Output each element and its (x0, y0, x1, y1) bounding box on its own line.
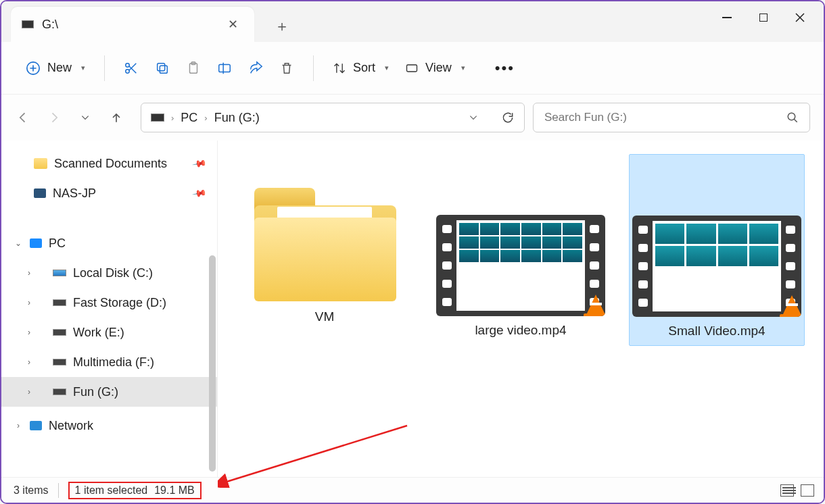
address-dropdown[interactable] (469, 113, 478, 122)
sidebar-item-drive-c[interactable]: › Local Disk (C:) (1, 258, 217, 288)
file-label: Small Video.mp4 (668, 324, 765, 338)
file-content: VM large video.mp4 Small Video.mp4 (218, 141, 824, 477)
video-thumbnail (436, 215, 605, 316)
sidebar-item-scanned-docs[interactable]: Scanned Documents 📌 (1, 149, 217, 178)
video-thumbnail (632, 216, 801, 317)
drive-icon (22, 20, 34, 28)
vlc-cone-icon (780, 295, 801, 317)
sidebar-item-nas[interactable]: NAS-JP 📌 (1, 178, 217, 208)
sidebar-item-network[interactable]: › Network (1, 411, 217, 440)
share-icon (248, 61, 263, 76)
file-item-video[interactable]: large video.mp4 (433, 154, 609, 345)
sidebar-item-drive-e[interactable]: › Work (E:) (1, 318, 217, 347)
navbar: › PC › Fun (G:) (1, 95, 824, 141)
sidebar-item-drive-g[interactable]: › Fun (G:) (1, 377, 217, 407)
sort-button[interactable]: Sort ▾ (325, 55, 397, 80)
cut-button[interactable] (116, 55, 147, 81)
file-item-video-selected[interactable]: Small Video.mp4 (629, 154, 805, 346)
file-item-folder[interactable]: VM (237, 154, 412, 331)
titlebar: G:\ ✕ ＋ (1, 1, 824, 42)
search-bar[interactable] (533, 103, 810, 132)
status-selected: 1 item selected (75, 484, 148, 497)
minimize-button[interactable] (709, 4, 745, 31)
trash-icon (279, 61, 294, 76)
new-tab-button[interactable]: ＋ (268, 14, 296, 39)
view-mode-switch (780, 484, 814, 497)
breadcrumb-pc[interactable]: PC (181, 111, 197, 125)
vlc-cone-icon (584, 295, 605, 316)
view-button[interactable]: View ▾ (397, 55, 473, 80)
sidebar-item-drive-f[interactable]: › Multimedia (F:) (1, 347, 217, 377)
refresh-button[interactable] (501, 111, 515, 124)
svg-rect-7 (219, 64, 231, 72)
tab-current[interactable]: G:\ ✕ (11, 7, 254, 42)
file-label: large video.mp4 (475, 323, 566, 338)
close-window-button[interactable] (782, 4, 818, 31)
scrollbar[interactable] (209, 255, 216, 472)
new-button[interactable]: New ▾ (18, 55, 93, 81)
file-label: VM (315, 309, 335, 324)
clipboard-icon (186, 61, 201, 76)
scissors-icon (124, 61, 139, 76)
address-bar[interactable]: › PC › Fun (G:) (141, 103, 525, 132)
details-view-button[interactable] (780, 484, 794, 497)
sidebar-label: Multimedia (F:) (73, 355, 154, 370)
more-button[interactable]: ••• (487, 54, 523, 82)
tab-title: G:\ (42, 18, 222, 32)
sidebar-label: Work (E:) (73, 326, 124, 340)
pc-icon (30, 238, 42, 248)
monitor-icon (34, 188, 46, 198)
chevron-right-icon[interactable]: › (24, 298, 34, 307)
svg-rect-3 (160, 66, 167, 73)
pin-icon: 📌 (191, 156, 207, 172)
breadcrumb-current[interactable]: Fun (G:) (214, 111, 260, 125)
folder-icon (250, 188, 399, 303)
chevron-down-icon: ▾ (461, 64, 465, 72)
breadcrumb-sep: › (171, 113, 174, 123)
breadcrumb-sep: › (204, 113, 207, 123)
drive-icon (53, 359, 66, 366)
maximize-button[interactable] (745, 4, 782, 31)
sidebar-label: NAS-JP (53, 186, 96, 201)
up-button[interactable] (108, 109, 124, 126)
sidebar-label: Local Disk (C:) (73, 266, 153, 280)
rename-button[interactable] (209, 55, 240, 81)
plus-circle-icon (26, 61, 41, 76)
view-label: View (425, 61, 452, 75)
drive-icon (53, 388, 66, 395)
close-tab-button[interactable]: ✕ (222, 14, 243, 34)
recent-button[interactable] (77, 109, 93, 126)
drive-icon (151, 114, 164, 122)
chevron-right-icon[interactable]: › (14, 421, 23, 430)
network-icon (30, 421, 42, 430)
chevron-right-icon[interactable]: › (24, 357, 34, 367)
status-item-count: 3 items (14, 484, 49, 497)
back-button[interactable] (15, 109, 31, 126)
toolbar: New ▾ Sort ▾ View ▾ ••• (1, 42, 824, 95)
forward-button[interactable] (46, 109, 62, 126)
chevron-right-icon[interactable]: › (24, 268, 34, 278)
chevron-down-icon[interactable]: ⌄ (14, 238, 23, 248)
chevron-down-icon: ▾ (81, 64, 85, 72)
icons-view-button[interactable] (801, 484, 814, 497)
chevron-right-icon[interactable]: › (24, 387, 34, 397)
sidebar-item-pc[interactable]: ⌄ PC (1, 228, 217, 258)
chevron-down-icon: ▾ (385, 64, 389, 72)
drive-icon (53, 329, 66, 336)
delete-button[interactable] (271, 55, 302, 81)
folder-icon (34, 158, 47, 169)
search-input[interactable] (544, 111, 786, 124)
svg-point-9 (788, 113, 795, 120)
annotation-highlight: 1 item selected 19.1 MB (68, 482, 202, 499)
share-button[interactable] (240, 55, 271, 81)
paste-button[interactable] (178, 55, 209, 81)
chevron-right-icon[interactable]: › (24, 328, 34, 337)
main: Scanned Documents 📌 NAS-JP 📌 ⌄ PC › Loca… (1, 141, 824, 477)
copy-button[interactable] (147, 55, 178, 81)
view-icon (405, 61, 419, 75)
sidebar-item-drive-d[interactable]: › Fast Storage (D:) (1, 288, 217, 318)
new-label: New (47, 61, 72, 75)
svg-rect-4 (158, 63, 165, 70)
search-icon[interactable] (786, 111, 799, 124)
sidebar-label: Scanned Documents (54, 157, 167, 171)
